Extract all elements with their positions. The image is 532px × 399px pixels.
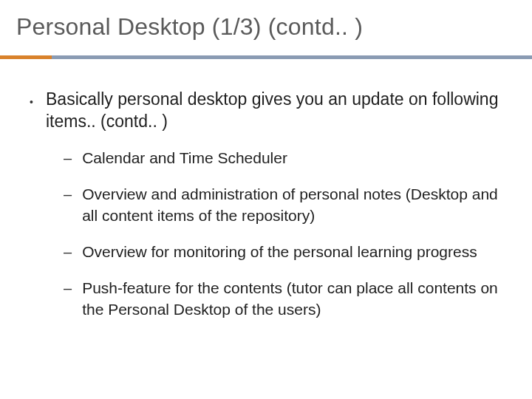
list-item-text: Push-feature for the contents (tutor can…: [82, 278, 507, 321]
bullet-text: Basically personal desktop gives you an …: [46, 88, 507, 133]
rule-gray: [0, 55, 532, 59]
list-item: – Calendar and Time Scheduler: [64, 148, 507, 169]
slide: Personal Desktop (1/3) (contd.. ) • Basi…: [0, 0, 532, 399]
sub-list: – Calendar and Time Scheduler – Overview…: [64, 148, 507, 321]
rule-accent: [0, 55, 52, 59]
bullet-item: • Basically personal desktop gives you a…: [30, 88, 507, 133]
bullet-dot-icon: •: [30, 88, 34, 133]
list-item: – Overview for monitoring of the persona…: [64, 242, 507, 263]
title-rule: [16, 55, 516, 60]
list-item: – Push-feature for the contents (tutor c…: [64, 278, 507, 321]
list-item-text: Calendar and Time Scheduler: [82, 148, 287, 169]
dash-icon: –: [64, 184, 72, 227]
page-title: Personal Desktop (1/3) (contd.. ): [16, 13, 516, 41]
list-item-text: Overview for monitoring of the personal …: [82, 242, 477, 263]
list-item: – Overview and administration of persona…: [64, 184, 507, 227]
dash-icon: –: [64, 278, 72, 321]
dash-icon: –: [64, 242, 72, 263]
slide-body: • Basically personal desktop gives you a…: [16, 88, 516, 321]
dash-icon: –: [64, 148, 72, 169]
list-item-text: Overview and administration of personal …: [82, 184, 507, 227]
